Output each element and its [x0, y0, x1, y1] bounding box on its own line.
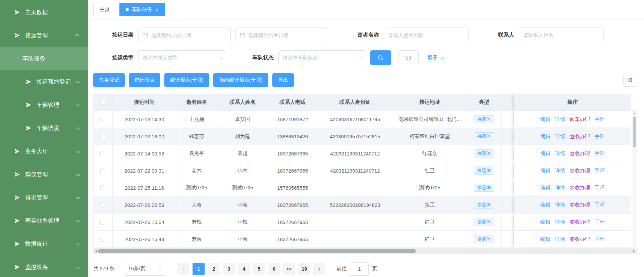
page-button-19[interactable]: 19 — [298, 263, 310, 275]
page-button-5[interactable]: 5 — [253, 263, 265, 275]
deceased-name-input[interactable] — [388, 32, 464, 38]
action-wristband[interactable]: 手环 — [595, 150, 605, 157]
action-details[interactable]: 详情 — [555, 236, 565, 242]
page-button-4[interactable]: 4 — [238, 263, 250, 275]
sidebar-item-funeral-management[interactable]: 殡仪管理 — [0, 163, 88, 186]
pickup-type-select[interactable]: 请选择接运类型 — [138, 50, 226, 65]
scroll-up-icon[interactable]: ▲ — [632, 111, 637, 116]
sidebar-item-transport-management[interactable]: 接运管理 — [0, 24, 88, 47]
type-badge: 接遗体 — [474, 115, 494, 123]
action-wristband[interactable]: 手环 — [595, 202, 605, 208]
action-details[interactable]: 详情 — [555, 202, 565, 208]
action-edit[interactable]: 编辑 — [540, 116, 550, 123]
horizontal-scrollbar[interactable]: ◀ ▶ — [93, 248, 637, 254]
close-icon[interactable]: × — [156, 7, 159, 12]
sidebar-item-vehicle-dispatch[interactable]: 车辆调度 — [0, 117, 88, 140]
action-wristband[interactable]: 手环 — [595, 168, 605, 174]
action-edit[interactable]: 编辑 — [540, 236, 550, 242]
vertical-scrollbar[interactable]: ▲ — [632, 110, 637, 248]
refresh-button[interactable] — [398, 50, 419, 65]
action-edit[interactable]: 编辑 — [540, 202, 550, 208]
send-icon — [25, 79, 32, 85]
row-checkbox[interactable] — [100, 134, 105, 139]
row-checkbox[interactable] — [100, 202, 105, 207]
next-page-button[interactable]: › — [313, 263, 325, 275]
table-row: 2022-07-26 06:59大哈小哈18372667965522226200… — [94, 196, 631, 214]
action-sign-receipt[interactable]: 签收办理 — [570, 202, 590, 208]
sidebar-item-vehicle-management[interactable]: 车辆管理 — [0, 93, 88, 117]
prev-page-button[interactable]: ‹ — [177, 263, 190, 275]
action-details[interactable]: 详情 — [555, 185, 565, 191]
action-sign-receipt[interactable]: 签收办理 — [570, 236, 590, 242]
action-wristband[interactable]: 手环 — [595, 236, 605, 242]
column-settings-button[interactable]: ⚙ — [623, 74, 637, 87]
contact-input[interactable] — [523, 32, 599, 38]
action-details[interactable]: 详情 — [555, 133, 565, 140]
action-wristband[interactable]: 手环 — [595, 133, 605, 140]
action-details[interactable]: 详情 — [555, 150, 565, 157]
row-checkbox[interactable] — [100, 117, 105, 122]
fleet-status-select[interactable]: 请选择车队状态 — [278, 50, 366, 65]
action-wristband[interactable]: 手环 — [595, 116, 605, 123]
goto-page-input[interactable] — [350, 262, 369, 276]
tab-fleet-tasks[interactable]: 车队任务 × — [119, 3, 165, 16]
action-details[interactable]: 详情 — [555, 116, 565, 123]
sidebar-item-monitoring-devices[interactable]: 监控设备 — [0, 256, 88, 277]
stats-report-button[interactable]: 统计报表 — [129, 73, 160, 87]
page-size-select[interactable]: 15条/页 — [124, 262, 165, 276]
action-sign-receipt[interactable]: 签收办理 — [570, 219, 590, 225]
search-button[interactable] — [370, 50, 391, 65]
action-sign-receipt[interactable]: 签收办理 — [570, 168, 590, 174]
action-details[interactable]: 详情 — [555, 219, 565, 225]
action-sign-receipt[interactable]: 签收办理 — [570, 150, 590, 157]
export-button[interactable]: 导出 — [272, 73, 294, 87]
select-all-checkbox[interactable] — [100, 100, 105, 105]
action-details[interactable]: 详情 — [555, 168, 565, 174]
start-date-input[interactable] — [151, 32, 226, 38]
sidebar-item-business-hall[interactable]: 业务大厅 — [0, 140, 88, 163]
row-checkbox[interactable] — [100, 220, 105, 225]
page-button-3[interactable]: 3 — [223, 263, 235, 275]
row-checkbox[interactable] — [100, 237, 105, 242]
sidebar-item-storage-management[interactable]: 寄存业务管理 — [0, 209, 88, 232]
action-wristband[interactable]: 手环 — [595, 219, 605, 225]
page-button-1[interactable]: 1 — [193, 263, 205, 275]
row-checkbox[interactable] — [100, 151, 105, 156]
sidebar-item-data-statistics[interactable]: 数据统计 — [0, 232, 88, 256]
action-edit[interactable]: 编辑 — [540, 133, 550, 140]
page-button-6[interactable]: 6 — [268, 263, 280, 275]
sidebar-item-shift-management[interactable]: 排班管理 — [0, 186, 88, 209]
reservation-stats-report-shiyan-button[interactable]: 预约统计报表(十堰) — [213, 73, 268, 87]
sidebar-item-fleet-tasks[interactable]: 车队任务 — [0, 47, 88, 70]
tab-home[interactable]: 主页 — [93, 3, 116, 16]
action-sign-receipt[interactable]: 签收办理 — [570, 133, 590, 140]
action-return-car[interactable]: 回车办理 — [570, 116, 590, 123]
end-date-input[interactable] — [248, 32, 324, 38]
action-edit[interactable]: 编辑 — [540, 168, 550, 174]
task-register-button[interactable]: 任务登记 — [93, 73, 125, 87]
start-date-input-box[interactable] — [138, 28, 231, 42]
contact-input-box[interactable] — [519, 28, 604, 42]
cell-type: 接遗体 — [467, 214, 502, 231]
stats-report-shiyan-button[interactable]: 统计报表(十堰) — [164, 73, 209, 87]
page-ellipsis-button[interactable]: ••• — [283, 263, 295, 275]
deceased-name-input-box[interactable] — [384, 28, 469, 42]
action-sign-receipt[interactable]: 签收办理 — [570, 185, 590, 191]
vertical-scrollbar-thumb[interactable] — [633, 117, 636, 147]
page-button-2[interactable]: 2 — [208, 263, 220, 275]
action-wristband[interactable]: 手环 — [595, 185, 605, 191]
cell-contact: 测试0725 — [217, 179, 268, 196]
horizontal-scrollbar-thumb[interactable] — [98, 249, 416, 253]
action-edit[interactable]: 编辑 — [540, 150, 550, 157]
sidebar-item-home-data[interactable]: 主页数据 — [0, 1, 88, 24]
expand-link[interactable]: 展开 — [427, 55, 443, 61]
end-date-input-box[interactable] — [235, 28, 328, 42]
row-checkbox[interactable] — [100, 168, 105, 173]
sidebar-item-transport-reservation[interactable]: 接运预约登记 — [0, 70, 88, 93]
cell-time: 2022-07-26 15:44 — [113, 231, 176, 248]
cell-type: 接遗体 — [467, 162, 502, 179]
scroll-right-icon[interactable]: ▶ — [631, 248, 637, 254]
action-edit[interactable]: 编辑 — [540, 219, 550, 225]
action-edit[interactable]: 编辑 — [540, 185, 550, 191]
row-checkbox[interactable] — [100, 185, 105, 190]
